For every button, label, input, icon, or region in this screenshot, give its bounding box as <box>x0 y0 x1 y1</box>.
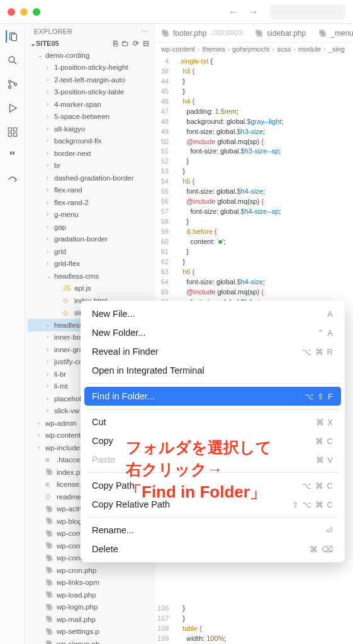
folder-item[interactable]: ›br <box>28 160 154 172</box>
line-number: 59 <box>157 227 175 237</box>
run-debug-icon[interactable] <box>6 102 19 114</box>
refresh-icon[interactable]: ⟳ <box>133 39 139 48</box>
line-number: 57 <box>157 207 175 217</box>
folder-item[interactable]: ›2-text-left-margin-auto <box>28 74 154 86</box>
tree-item-label: wp-cron.php <box>57 567 96 574</box>
menu-item[interactable]: Copy Path ⌥ ⌘ C <box>81 476 345 495</box>
svg-rect-11 <box>13 128 16 131</box>
folder-item[interactable]: ›gradation-border <box>28 233 154 246</box>
tree-item-label: wp-admin <box>45 419 77 427</box>
svg-marker-7 <box>9 104 16 112</box>
tree-item-label: wp-settings.p <box>57 628 99 635</box>
quote-icon[interactable]: " <box>6 150 19 162</box>
breadcrumb-item[interactable]: wp-content <box>161 45 195 53</box>
folder-item[interactable]: ›gap <box>28 221 154 233</box>
chevron-icon: › <box>47 101 53 108</box>
editor-tab[interactable]: 🐘sidebar.php <box>249 24 312 42</box>
file-item[interactable]: 🐘wp-settings.p <box>28 626 154 638</box>
folder-item[interactable]: ›flex-rand-2 <box>28 196 154 209</box>
folder-item[interactable]: ⌄headless-cms <box>28 270 154 282</box>
menu-item[interactable]: New Folder... ⌃ A <box>81 323 345 342</box>
svg-point-2 <box>9 57 14 62</box>
close-window-icon[interactable] <box>8 8 15 16</box>
menu-item[interactable]: New File... A <box>81 304 345 323</box>
folder-item[interactable]: ›4-marker-span <box>28 98 154 111</box>
svg-point-4 <box>8 80 11 83</box>
folder-item[interactable]: ›1-position-sticky-height <box>28 62 154 74</box>
breadcrumb[interactable]: wp-content›themes›goheymochi›scss›module… <box>155 43 353 55</box>
folder-item[interactable]: ›background-fix <box>28 135 154 148</box>
tree-item-label: grid <box>54 248 66 255</box>
new-folder-icon[interactable]: 🗀 <box>121 39 129 48</box>
chevron-icon: › <box>47 347 53 353</box>
line-number: 60 <box>157 237 175 247</box>
folder-item[interactable]: ›alt-kaigyo <box>28 123 154 135</box>
explorer-more-icon[interactable]: ⋯ <box>141 28 148 35</box>
menu-item[interactable]: Rename... ⏎ <box>81 521 345 540</box>
new-file-icon[interactable]: ⎘ <box>113 39 118 48</box>
code-editor-bottom[interactable]: 106 }107 }108 table {109 width: 100%; <box>155 602 353 644</box>
folder-item[interactable]: ›grid-flex <box>28 258 154 270</box>
menu-item[interactable]: Open in Integrated Terminal <box>81 361 345 380</box>
tab-label: footer.php <box>173 29 206 38</box>
menu-shortcut: ⌘ ⌫ <box>310 545 333 554</box>
folder-item[interactable]: ›dashed-gradation-border <box>28 172 154 184</box>
tree-item-label: border-next <box>54 150 91 157</box>
breadcrumb-item[interactable]: scss <box>277 45 291 53</box>
file-item[interactable]: 🐘wp-links-opm <box>28 577 154 589</box>
menu-separator <box>87 383 339 384</box>
extensions-icon[interactable] <box>6 126 19 138</box>
txt-file-icon: ≡ <box>45 480 54 488</box>
collapse-icon[interactable]: ⊟ <box>143 39 149 48</box>
search-icon[interactable] <box>6 54 19 67</box>
menu-item[interactable]: Cut ⌘ X <box>81 413 345 431</box>
file-item[interactable]: 🐘wp-cron.php <box>28 564 154 577</box>
folder-item[interactable]: ⌄demo-cording <box>28 49 154 62</box>
menu-item-label: Find in Folder... <box>92 391 155 401</box>
breadcrumb-item[interactable]: _sing <box>328 45 345 53</box>
chevron-icon: › <box>47 248 53 255</box>
file-item[interactable]: 🐘wp-load.php <box>28 589 154 601</box>
nav-forward-icon[interactable]: → <box>249 6 259 18</box>
tree-item-label: wp-signup.ph <box>57 640 99 644</box>
menu-item[interactable]: Copy Relative Path ⇧ ⌥ ⌘ C <box>81 495 345 514</box>
breadcrumb-item[interactable]: themes <box>202 45 225 53</box>
chevron-icon: ⌄ <box>47 273 53 279</box>
folder-item[interactable]: ›3-position-sticky-table <box>28 86 154 99</box>
editor-tab[interactable]: 🐘_menu-butt <box>312 24 353 42</box>
menu-separator <box>87 517 339 518</box>
file-item[interactable]: JSapi.js <box>28 282 154 295</box>
nav-back-icon[interactable]: ← <box>228 6 238 18</box>
project-header[interactable]: ⌄ SITE05 ⎘ 🗀 ⟳ ⊟ <box>25 38 154 49</box>
folder-item[interactable]: ›border-next <box>28 147 154 160</box>
file-item[interactable]: 🐘wp-login.php <box>28 601 154 614</box>
chevron-icon: › <box>47 396 53 402</box>
command-center[interactable] <box>270 4 345 19</box>
menu-item[interactable]: Delete ⌘ ⌫ <box>81 540 345 558</box>
menu-shortcut: ⌘ C <box>315 436 333 446</box>
folder-item[interactable]: ›5-space-between <box>28 111 154 123</box>
folder-item[interactable]: ›grid <box>28 245 154 258</box>
minimize-window-icon[interactable] <box>20 8 28 16</box>
tree-item-label: 2-text-left-margin-auto <box>54 76 125 84</box>
code-editor[interactable]: 4 .single-txt {38 h3 {44 }45 }46 h4 {47 … <box>155 55 353 337</box>
line-number: 4 <box>157 57 175 67</box>
editor-tab[interactable]: 🐘footer.php../20230823 <box>155 24 249 42</box>
menu-item: Paste ⌘ V <box>81 450 345 469</box>
menu-item[interactable]: Find in Folder... ⌥ ⇧ F <box>84 387 341 406</box>
folder-item[interactable]: ›g-menu <box>28 209 154 221</box>
explorer-icon[interactable] <box>6 30 18 43</box>
breadcrumb-item[interactable]: goheymochi <box>232 45 269 53</box>
share-icon[interactable] <box>6 174 19 186</box>
file-item[interactable]: 🐘wp-signup.ph <box>28 638 154 644</box>
breadcrumb-item[interactable]: module <box>298 45 321 53</box>
source-control-icon[interactable] <box>6 78 19 91</box>
menu-item[interactable]: Reveal in Finder ⌥ ⌘ R <box>81 342 345 361</box>
menu-item[interactable]: Copy ⌘ C <box>81 431 345 450</box>
folder-item[interactable]: ›flex-rand <box>28 184 154 197</box>
file-item[interactable]: 🐘wp-mail.php <box>28 613 154 626</box>
chevron-icon: › <box>47 162 53 169</box>
line-number: 38 <box>157 67 175 77</box>
menu-shortcut: ⌘ V <box>316 455 333 465</box>
zoom-window-icon[interactable] <box>33 8 40 16</box>
